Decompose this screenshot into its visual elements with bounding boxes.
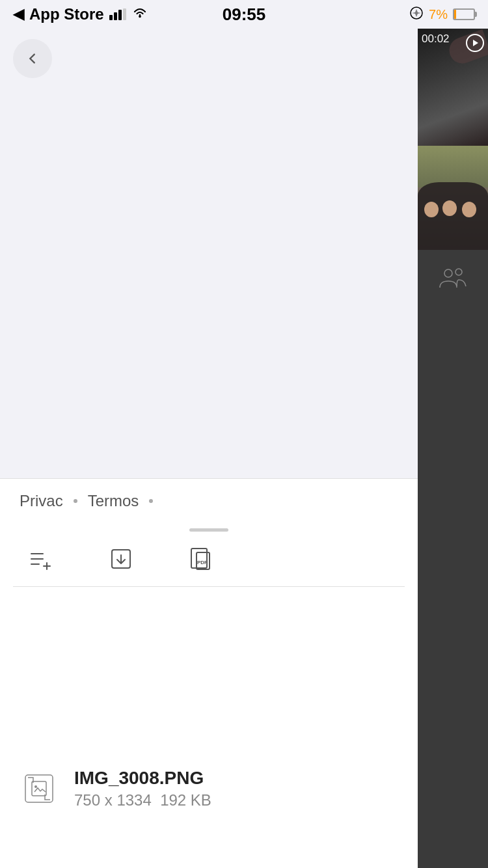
group-people-icon [437,263,468,297]
video-thumbnail[interactable]: 00:02 [418,29,488,146]
drag-handle [0,523,418,532]
video-duration: 00:02 [422,33,450,46]
battery-percent: 7% [429,7,448,22]
carrier-label: App Store [29,5,104,23]
svg-point-0 [139,16,141,18]
wifi-icon [131,6,148,23]
video-play-button[interactable] [466,34,484,52]
photo-thumbnail[interactable] [418,146,488,250]
status-right: 7% [409,6,475,23]
white-space [0,587,418,748]
dot-separator-2 [149,499,153,503]
back-area [0,29,418,88]
file-dimensions: 488 x 868 [74,791,152,809]
bottom-padding [0,829,418,868]
location-icon [409,6,424,23]
action-toolbar: PDF [0,532,418,586]
pdf-button[interactable]: PDF [187,545,216,573]
right-panel-bottom [418,250,488,868]
right-panel: 00:02 [418,29,488,868]
svg-rect-13 [32,781,46,796]
terms-link[interactable]: Termos [88,492,139,510]
file-details: IMG_3008.PNG 488 x 868 192 KB [74,768,211,809]
status-bar: ◀ App Store 09:55 7% [0,0,488,29]
file-size: 192 KB [160,791,211,809]
svg-point-15 [444,269,452,277]
main-content: Privac Termos [0,29,488,868]
back-button[interactable] [13,39,52,78]
add-to-list-button[interactable] [26,545,55,573]
privacy-bar: Privac Termos [0,478,418,523]
photo-thumb-inner [418,146,488,250]
svg-point-14 [34,785,37,788]
file-icon-wrap [20,769,59,808]
gray-content-area [0,88,418,478]
left-panel: Privac Termos [0,29,418,868]
svg-point-16 [455,269,462,275]
privacy-link[interactable]: Privac [20,492,63,510]
svg-text:PDF: PDF [197,560,208,565]
left-bottom: Privac Termos [0,478,418,868]
status-left: ◀ App Store [13,5,148,23]
signal-bars-icon [109,8,126,20]
clock: 09:55 [223,5,266,25]
download-button[interactable] [107,545,135,573]
battery-icon [453,8,475,20]
file-name: IMG_3008.PNG [74,768,211,789]
file-meta: 488 x 868 192 KB [74,791,211,809]
back-arrow-icon: ◀ [13,6,24,23]
dot-separator-1 [74,499,77,503]
svg-rect-12 [25,775,53,802]
file-info-section: IMG_3008.PNG 488 x 868 192 KB [0,748,418,829]
